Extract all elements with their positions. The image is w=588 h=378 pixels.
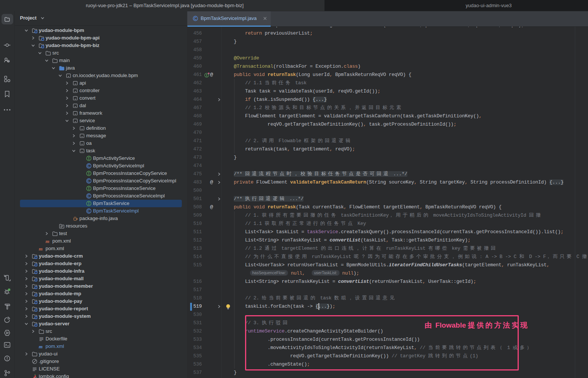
svg-text:m: m bbox=[39, 344, 43, 349]
svg-text:m: m bbox=[46, 238, 49, 244]
svg-text:m: m bbox=[39, 246, 43, 252]
svg-text:?: ? bbox=[8, 60, 9, 62]
